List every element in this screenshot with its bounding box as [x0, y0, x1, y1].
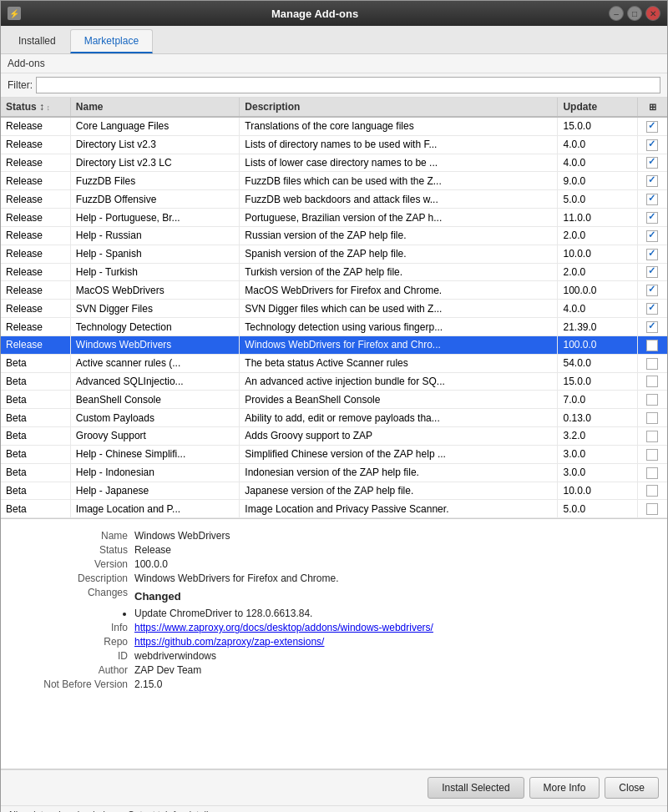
addon-checkbox[interactable] [646, 321, 658, 333]
addon-checkbox[interactable] [646, 503, 658, 515]
cell-checkbox[interactable] [637, 190, 667, 209]
cell-checkbox[interactable] [637, 226, 667, 245]
cell-checkbox[interactable] [637, 391, 667, 409]
addon-checkbox[interactable] [646, 175, 658, 187]
addon-checkbox[interactable] [646, 285, 658, 296]
addon-checkbox[interactable] [646, 412, 658, 424]
detail-changes-content: Changed Update ChromeDriver to 128.0.661… [134, 590, 650, 619]
cell-update: 5.0.0 [558, 190, 637, 209]
table-row[interactable]: ReleaseDirectory List v2.3 LCLists of lo… [1, 154, 667, 172]
cell-checkbox[interactable] [637, 281, 667, 300]
maximize-button[interactable]: □ [627, 6, 642, 21]
table-row[interactable]: BetaGroovy SupportAdds Groovy support to… [1, 427, 667, 446]
addon-checkbox[interactable] [646, 249, 658, 260]
cell-checkbox[interactable] [637, 318, 667, 336]
table-row[interactable]: ReleaseHelp - Portuguese, Br...Portugues… [1, 209, 667, 227]
addon-checkbox[interactable] [646, 485, 658, 497]
cell-update: 7.0.0 [558, 391, 637, 409]
col-header-status[interactable]: Status ↕ [1, 98, 70, 117]
detail-notbefore-value: 2.15.0 [134, 678, 650, 690]
cell-description: Image Location and Privacy Passive Scann… [240, 500, 558, 518]
table-row[interactable]: BetaImage Location and P...Image Locatio… [1, 500, 667, 518]
table-row[interactable]: ReleaseHelp - RussianRussian version of … [1, 226, 667, 245]
table-row[interactable]: BetaAdvanced SQLInjectio...An advanced a… [1, 372, 667, 391]
addon-checkbox[interactable] [646, 303, 658, 315]
cell-checkbox[interactable] [637, 427, 667, 446]
table-row[interactable]: ReleaseDirectory List v2.3Lists of direc… [1, 135, 667, 154]
cell-checkbox[interactable] [637, 463, 667, 482]
cell-status: Release [1, 226, 70, 245]
addon-checkbox[interactable] [646, 449, 658, 461]
cell-checkbox[interactable] [637, 409, 667, 427]
detail-repo-link[interactable]: https://github.com/zaproxy/zap-extension… [134, 636, 324, 648]
detail-version-row: Version 100.0.0 [18, 558, 650, 570]
filter-input[interactable] [36, 77, 660, 93]
cell-checkbox[interactable] [637, 209, 667, 227]
detail-id-value: webdriverwindows [134, 650, 650, 662]
cell-checkbox[interactable] [637, 372, 667, 391]
cell-name: Groovy Support [70, 427, 239, 446]
cell-checkbox[interactable] [637, 300, 667, 318]
table-row[interactable]: ReleaseFuzzDB FilesFuzzDB files which ca… [1, 172, 667, 190]
detail-notbefore-label: Not Before Version [18, 678, 134, 690]
table-row[interactable]: BetaHelp - Chinese Simplifi...Simplified… [1, 445, 667, 463]
addon-checkbox[interactable] [646, 340, 658, 351]
col-header-update: Update [558, 98, 637, 117]
minimize-button[interactable]: – [609, 6, 624, 21]
addon-checkbox[interactable] [646, 157, 658, 169]
addon-checkbox[interactable] [646, 376, 658, 387]
addon-checkbox[interactable] [646, 266, 658, 278]
table-row[interactable]: ReleaseHelp - SpanishSpanish version of … [1, 245, 667, 263]
close-window-button[interactable]: ✕ [645, 6, 660, 21]
select-all-icon[interactable]: ⊞ [649, 102, 656, 112]
table-row[interactable]: ReleaseCore Language FilesTranslations o… [1, 117, 667, 135]
cell-checkbox[interactable] [637, 154, 667, 172]
more-info-button[interactable]: More Info [529, 777, 600, 799]
cell-checkbox[interactable] [637, 245, 667, 263]
cell-checkbox[interactable] [637, 482, 667, 500]
table-row[interactable]: ReleaseHelp - TurkishTurkish version of … [1, 263, 667, 281]
tab-installed[interactable]: Installed [4, 29, 70, 53]
table-row[interactable]: BetaActive scanner rules (...The beta st… [1, 354, 667, 372]
table-row[interactable]: BetaHelp - IndonesianIndonesian version … [1, 463, 667, 482]
cell-checkbox[interactable] [637, 172, 667, 190]
table-row[interactable]: ReleaseFuzzDB OffensiveFuzzDB web backdo… [1, 190, 667, 209]
cell-checkbox[interactable] [637, 335, 667, 354]
table-row[interactable]: ReleaseWindows WebDriversWindows WebDriv… [1, 335, 667, 354]
table-row[interactable]: BetaCustom PayloadsAbility to add, edit … [1, 409, 667, 427]
addon-checkbox[interactable] [646, 467, 658, 479]
install-selected-button[interactable]: Install Selected [428, 777, 524, 799]
detail-info-link[interactable]: https://www.zaproxy.org/docs/desktop/add… [134, 622, 433, 633]
detail-status-row: Status Release [18, 544, 650, 556]
cell-name: BeanShell Console [70, 391, 239, 409]
addon-checkbox[interactable] [646, 394, 658, 406]
cell-name: Advanced SQLInjectio... [70, 372, 239, 391]
cell-checkbox[interactable] [637, 263, 667, 281]
detail-changes-row: Changes Changed Update ChromeDriver to 1… [18, 587, 650, 619]
addon-checkbox[interactable] [646, 230, 658, 242]
addon-checkbox[interactable] [646, 139, 658, 151]
cell-description: Turkish version of the ZAP help file. [240, 263, 558, 281]
cell-update: 3.0.0 [558, 445, 637, 463]
addon-checkbox[interactable] [646, 358, 658, 370]
cell-name: Help - Portuguese, Br... [70, 209, 239, 227]
table-row[interactable]: BetaHelp - JapaneseJapanese version of t… [1, 482, 667, 500]
cell-checkbox[interactable] [637, 500, 667, 518]
cell-checkbox[interactable] [637, 445, 667, 463]
addon-checkbox[interactable] [646, 212, 658, 224]
cell-checkbox[interactable] [637, 135, 667, 154]
table-row[interactable]: ReleaseMacOS WebDriversMacOS WebDrivers … [1, 281, 667, 300]
tab-marketplace[interactable]: Marketplace [70, 29, 153, 53]
detail-panel: Name Windows WebDrivers Status Release V… [1, 519, 667, 769]
table-row[interactable]: BetaBeanShell ConsoleProvides a BeanShel… [1, 391, 667, 409]
close-button[interactable]: Close [605, 777, 659, 799]
addon-checkbox[interactable] [646, 431, 658, 442]
addon-table: Status ↕ Name Description Update ⊞ Relea… [1, 98, 667, 518]
addon-checkbox[interactable] [646, 121, 658, 133]
cell-checkbox[interactable] [637, 117, 667, 135]
addon-checkbox[interactable] [646, 194, 658, 205]
table-row[interactable]: ReleaseTechnology DetectionTechnology de… [1, 318, 667, 336]
table-row[interactable]: ReleaseSVN Digger FilesSVN Digger files … [1, 300, 667, 318]
cell-description: Japanese version of the ZAP help file. [240, 482, 558, 500]
cell-checkbox[interactable] [637, 354, 667, 372]
